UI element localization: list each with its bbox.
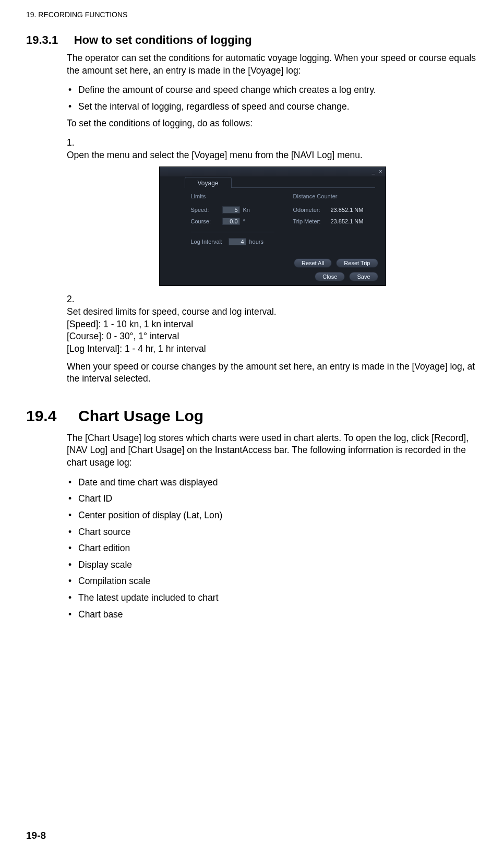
step-1: 1. Open the menu and select the [Voyage]…	[67, 137, 478, 161]
odometer-label: Odometer:	[293, 207, 331, 213]
step-2: 2. Set desired limits for speed, course …	[67, 293, 478, 355]
bullet-item: Center position of display (Lat, Lon)	[67, 509, 478, 522]
reset-all-button[interactable]: Reset All	[294, 258, 332, 268]
spec-speed: [Speed]: 1 - 10 kn, 1 kn interval	[67, 318, 459, 331]
chapter-header: 19. RECORDING FUNCTIONS	[26, 10, 478, 19]
log-interval-unit: hours	[249, 239, 264, 245]
course-label: Course:	[191, 218, 222, 224]
section-heading-19-3-1: 19.3.1 How to set conditions of logging	[26, 33, 478, 47]
reset-trip-button[interactable]: Reset Trip	[336, 258, 378, 268]
step-number: 1.	[67, 137, 83, 149]
limits-heading: Limits	[191, 193, 274, 199]
spec-log-interval: [Log Interval]: 1 - 4 hr, 1 hr interval	[67, 343, 459, 355]
course-input[interactable]	[222, 218, 240, 225]
bullet-item: Date and time chart was displayed	[67, 477, 478, 489]
bullet-item: Compilation scale	[67, 575, 478, 588]
bullet-item: Chart ID	[67, 493, 478, 505]
odometer-value: 23.852.1 NM	[331, 207, 364, 213]
speed-label: Speed:	[191, 207, 222, 213]
bullet-item: Chart source	[67, 526, 478, 539]
conditions-list: Define the amount of course and speed ch…	[67, 84, 478, 113]
chart-usage-intro: The [Chart Usage] log stores which chart…	[67, 432, 478, 469]
bullet-item: Display scale	[67, 559, 478, 572]
page-number: 19-8	[26, 830, 46, 841]
trip-meter-label: Trip Meter:	[293, 218, 331, 224]
dialog-titlebar: _ ×	[160, 167, 386, 176]
section-number: 19.3.1	[26, 33, 58, 46]
section-title: Chart Usage Log	[78, 407, 203, 424]
voyage-dialog: _ × Voyage Limits Speed: Kn Cours	[159, 167, 386, 286]
speed-unit: Kn	[243, 207, 250, 213]
speed-input[interactable]	[222, 206, 240, 213]
spec-course: [Course]: 0 - 30°, 1° interval	[67, 330, 459, 343]
save-button[interactable]: Save	[349, 272, 378, 281]
instruction-paragraph: To set the conditions of logging, do as …	[67, 117, 478, 130]
step-text: Open the menu and select the [Voyage] me…	[67, 149, 459, 162]
log-interval-input[interactable]	[229, 238, 246, 245]
chart-usage-list: Date and time chart was displayed Chart …	[67, 477, 478, 621]
step-number: 2.	[67, 293, 83, 306]
course-unit: °	[243, 218, 245, 224]
close-icon[interactable]: ×	[378, 169, 383, 174]
log-interval-label: Log Interval:	[191, 239, 229, 245]
step-text: Set desired limits for speed, course and…	[67, 306, 277, 317]
trip-meter-value: 23.852.1 NM	[331, 218, 364, 224]
bullet-item: Define the amount of course and speed ch…	[67, 84, 478, 97]
close-button[interactable]: Close	[315, 272, 345, 281]
intro-paragraph: The operator can set the conditions for …	[67, 52, 478, 77]
closing-paragraph: When your speed or course changes by the…	[67, 361, 478, 385]
bullet-item: The latest update included to chart	[67, 592, 478, 604]
section-title: How to set conditions of logging	[74, 33, 252, 46]
bullet-item: Set the interval of logging, regardless …	[67, 101, 478, 113]
section-heading-19-4: 19.4 Chart Usage Log	[26, 407, 478, 425]
tab-voyage[interactable]: Voyage	[185, 177, 232, 188]
bullet-item: Chart edition	[67, 542, 478, 555]
bullet-item: Chart base	[67, 609, 478, 621]
minimize-icon[interactable]: _	[371, 169, 376, 174]
section-number: 19.4	[26, 407, 56, 424]
distance-counter-heading: Distance Counter	[293, 193, 375, 199]
